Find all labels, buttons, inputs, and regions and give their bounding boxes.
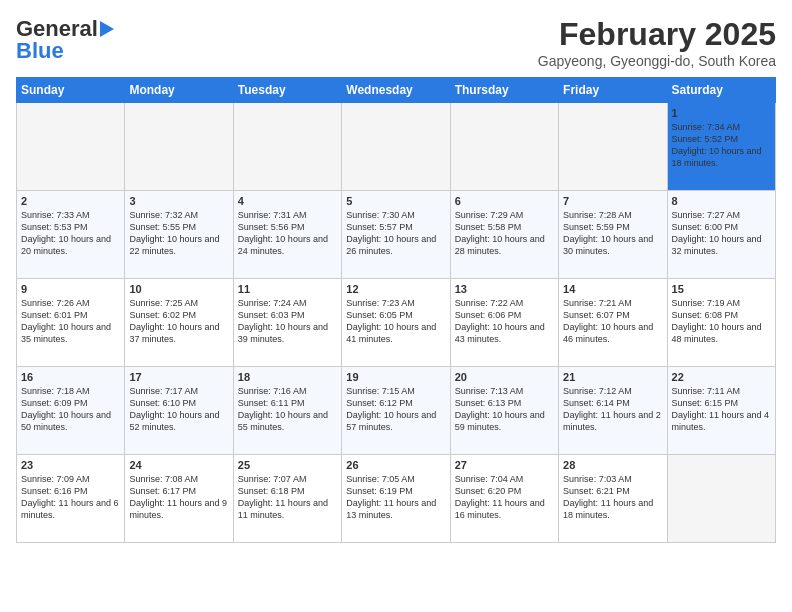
day-number: 27 (455, 459, 554, 471)
day-number: 18 (238, 371, 337, 383)
day-info: Sunrise: 7:31 AM Sunset: 5:56 PM Dayligh… (238, 209, 337, 258)
location-text: Gapyeong, Gyeonggi-do, South Korea (538, 53, 776, 69)
calendar-cell: 28Sunrise: 7:03 AM Sunset: 6:21 PM Dayli… (559, 455, 667, 543)
col-header-thursday: Thursday (450, 78, 558, 103)
calendar-cell: 16Sunrise: 7:18 AM Sunset: 6:09 PM Dayli… (17, 367, 125, 455)
day-info: Sunrise: 7:07 AM Sunset: 6:18 PM Dayligh… (238, 473, 337, 522)
day-info: Sunrise: 7:28 AM Sunset: 5:59 PM Dayligh… (563, 209, 662, 258)
day-number: 11 (238, 283, 337, 295)
calendar-cell: 20Sunrise: 7:13 AM Sunset: 6:13 PM Dayli… (450, 367, 558, 455)
day-info: Sunrise: 7:18 AM Sunset: 6:09 PM Dayligh… (21, 385, 120, 434)
calendar-cell: 6Sunrise: 7:29 AM Sunset: 5:58 PM Daylig… (450, 191, 558, 279)
day-number: 21 (563, 371, 662, 383)
day-number: 16 (21, 371, 120, 383)
day-info: Sunrise: 7:34 AM Sunset: 5:52 PM Dayligh… (672, 121, 771, 170)
day-info: Sunrise: 7:27 AM Sunset: 6:00 PM Dayligh… (672, 209, 771, 258)
day-number: 7 (563, 195, 662, 207)
day-number: 23 (21, 459, 120, 471)
calendar-cell (559, 103, 667, 191)
day-number: 2 (21, 195, 120, 207)
calendar-cell: 14Sunrise: 7:21 AM Sunset: 6:07 PM Dayli… (559, 279, 667, 367)
calendar-cell: 17Sunrise: 7:17 AM Sunset: 6:10 PM Dayli… (125, 367, 233, 455)
day-info: Sunrise: 7:04 AM Sunset: 6:20 PM Dayligh… (455, 473, 554, 522)
day-info: Sunrise: 7:29 AM Sunset: 5:58 PM Dayligh… (455, 209, 554, 258)
logo-text-blue: Blue (16, 38, 64, 64)
calendar-table: SundayMondayTuesdayWednesdayThursdayFrid… (16, 77, 776, 543)
calendar-cell: 22Sunrise: 7:11 AM Sunset: 6:15 PM Dayli… (667, 367, 775, 455)
calendar-cell: 15Sunrise: 7:19 AM Sunset: 6:08 PM Dayli… (667, 279, 775, 367)
calendar-cell: 4Sunrise: 7:31 AM Sunset: 5:56 PM Daylig… (233, 191, 341, 279)
calendar-cell: 12Sunrise: 7:23 AM Sunset: 6:05 PM Dayli… (342, 279, 450, 367)
day-info: Sunrise: 7:09 AM Sunset: 6:16 PM Dayligh… (21, 473, 120, 522)
calendar-cell (450, 103, 558, 191)
day-info: Sunrise: 7:22 AM Sunset: 6:06 PM Dayligh… (455, 297, 554, 346)
day-info: Sunrise: 7:23 AM Sunset: 6:05 PM Dayligh… (346, 297, 445, 346)
day-info: Sunrise: 7:17 AM Sunset: 6:10 PM Dayligh… (129, 385, 228, 434)
day-info: Sunrise: 7:13 AM Sunset: 6:13 PM Dayligh… (455, 385, 554, 434)
day-info: Sunrise: 7:16 AM Sunset: 6:11 PM Dayligh… (238, 385, 337, 434)
day-info: Sunrise: 7:24 AM Sunset: 6:03 PM Dayligh… (238, 297, 337, 346)
day-info: Sunrise: 7:26 AM Sunset: 6:01 PM Dayligh… (21, 297, 120, 346)
calendar-cell: 21Sunrise: 7:12 AM Sunset: 6:14 PM Dayli… (559, 367, 667, 455)
calendar-cell: 2Sunrise: 7:33 AM Sunset: 5:53 PM Daylig… (17, 191, 125, 279)
calendar-cell: 25Sunrise: 7:07 AM Sunset: 6:18 PM Dayli… (233, 455, 341, 543)
day-number: 3 (129, 195, 228, 207)
calendar-cell: 24Sunrise: 7:08 AM Sunset: 6:17 PM Dayli… (125, 455, 233, 543)
day-number: 4 (238, 195, 337, 207)
logo-arrow-icon (100, 21, 114, 37)
calendar-cell: 26Sunrise: 7:05 AM Sunset: 6:19 PM Dayli… (342, 455, 450, 543)
day-info: Sunrise: 7:21 AM Sunset: 6:07 PM Dayligh… (563, 297, 662, 346)
calendar-cell: 18Sunrise: 7:16 AM Sunset: 6:11 PM Dayli… (233, 367, 341, 455)
calendar-cell: 27Sunrise: 7:04 AM Sunset: 6:20 PM Dayli… (450, 455, 558, 543)
day-number: 22 (672, 371, 771, 383)
day-info: Sunrise: 7:03 AM Sunset: 6:21 PM Dayligh… (563, 473, 662, 522)
calendar-cell (17, 103, 125, 191)
calendar-cell: 8Sunrise: 7:27 AM Sunset: 6:00 PM Daylig… (667, 191, 775, 279)
logo: General Blue (16, 16, 114, 64)
calendar-week-5: 23Sunrise: 7:09 AM Sunset: 6:16 PM Dayli… (17, 455, 776, 543)
calendar-week-3: 9Sunrise: 7:26 AM Sunset: 6:01 PM Daylig… (17, 279, 776, 367)
day-info: Sunrise: 7:05 AM Sunset: 6:19 PM Dayligh… (346, 473, 445, 522)
calendar-cell (125, 103, 233, 191)
day-number: 17 (129, 371, 228, 383)
day-info: Sunrise: 7:11 AM Sunset: 6:15 PM Dayligh… (672, 385, 771, 434)
title-block: February 2025 Gapyeong, Gyeonggi-do, Sou… (538, 16, 776, 69)
calendar-cell: 3Sunrise: 7:32 AM Sunset: 5:55 PM Daylig… (125, 191, 233, 279)
col-header-friday: Friday (559, 78, 667, 103)
day-number: 8 (672, 195, 771, 207)
day-number: 24 (129, 459, 228, 471)
calendar-cell (342, 103, 450, 191)
day-info: Sunrise: 7:25 AM Sunset: 6:02 PM Dayligh… (129, 297, 228, 346)
col-header-wednesday: Wednesday (342, 78, 450, 103)
calendar-cell: 1Sunrise: 7:34 AM Sunset: 5:52 PM Daylig… (667, 103, 775, 191)
day-number: 13 (455, 283, 554, 295)
col-header-monday: Monday (125, 78, 233, 103)
day-info: Sunrise: 7:12 AM Sunset: 6:14 PM Dayligh… (563, 385, 662, 434)
calendar-week-2: 2Sunrise: 7:33 AM Sunset: 5:53 PM Daylig… (17, 191, 776, 279)
day-number: 19 (346, 371, 445, 383)
day-info: Sunrise: 7:30 AM Sunset: 5:57 PM Dayligh… (346, 209, 445, 258)
calendar-week-1: 1Sunrise: 7:34 AM Sunset: 5:52 PM Daylig… (17, 103, 776, 191)
calendar-header-row: SundayMondayTuesdayWednesdayThursdayFrid… (17, 78, 776, 103)
day-info: Sunrise: 7:08 AM Sunset: 6:17 PM Dayligh… (129, 473, 228, 522)
day-number: 10 (129, 283, 228, 295)
day-info: Sunrise: 7:32 AM Sunset: 5:55 PM Dayligh… (129, 209, 228, 258)
calendar-cell: 13Sunrise: 7:22 AM Sunset: 6:06 PM Dayli… (450, 279, 558, 367)
month-title: February 2025 (538, 16, 776, 53)
day-number: 15 (672, 283, 771, 295)
calendar-cell: 23Sunrise: 7:09 AM Sunset: 6:16 PM Dayli… (17, 455, 125, 543)
day-info: Sunrise: 7:33 AM Sunset: 5:53 PM Dayligh… (21, 209, 120, 258)
calendar-cell: 11Sunrise: 7:24 AM Sunset: 6:03 PM Dayli… (233, 279, 341, 367)
day-number: 6 (455, 195, 554, 207)
day-info: Sunrise: 7:19 AM Sunset: 6:08 PM Dayligh… (672, 297, 771, 346)
calendar-week-4: 16Sunrise: 7:18 AM Sunset: 6:09 PM Dayli… (17, 367, 776, 455)
col-header-tuesday: Tuesday (233, 78, 341, 103)
day-number: 12 (346, 283, 445, 295)
page-header: General Blue February 2025 Gapyeong, Gye… (16, 16, 776, 69)
day-number: 14 (563, 283, 662, 295)
calendar-cell: 7Sunrise: 7:28 AM Sunset: 5:59 PM Daylig… (559, 191, 667, 279)
calendar-cell: 10Sunrise: 7:25 AM Sunset: 6:02 PM Dayli… (125, 279, 233, 367)
day-number: 28 (563, 459, 662, 471)
calendar-cell: 9Sunrise: 7:26 AM Sunset: 6:01 PM Daylig… (17, 279, 125, 367)
day-number: 25 (238, 459, 337, 471)
